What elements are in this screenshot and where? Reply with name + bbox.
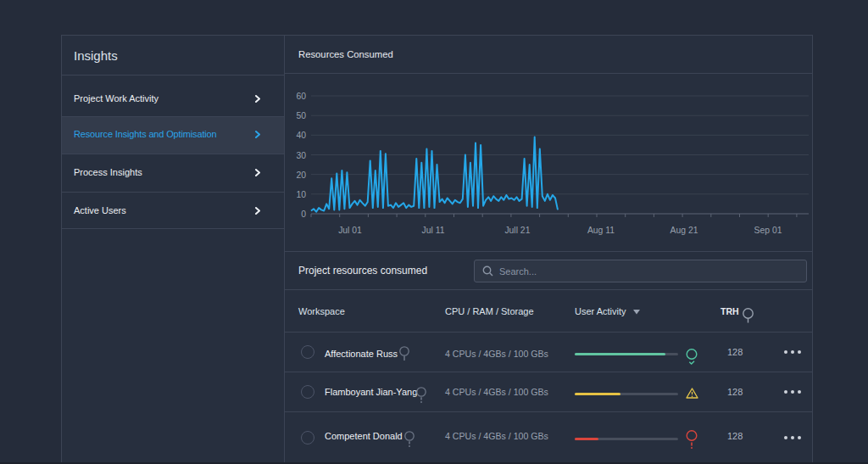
svg-text:Sep 01: Sep 01 [754,226,782,235]
svg-text:50: 50 [296,111,306,120]
svg-text:30: 30 [296,151,306,160]
svg-text:Aug 11: Aug 11 [587,226,615,235]
svg-text:20: 20 [296,171,306,180]
svg-text:Jul 11: Jul 11 [422,226,445,235]
svg-text:60: 60 [296,92,306,101]
svg-text:Aug 21: Aug 21 [670,226,698,235]
svg-text:0: 0 [301,210,306,219]
svg-text:10: 10 [296,190,306,199]
svg-text:Jul 01: Jul 01 [338,226,362,235]
svg-text:Jull 21: Jull 21 [504,226,530,235]
svg-text:40: 40 [296,131,306,140]
